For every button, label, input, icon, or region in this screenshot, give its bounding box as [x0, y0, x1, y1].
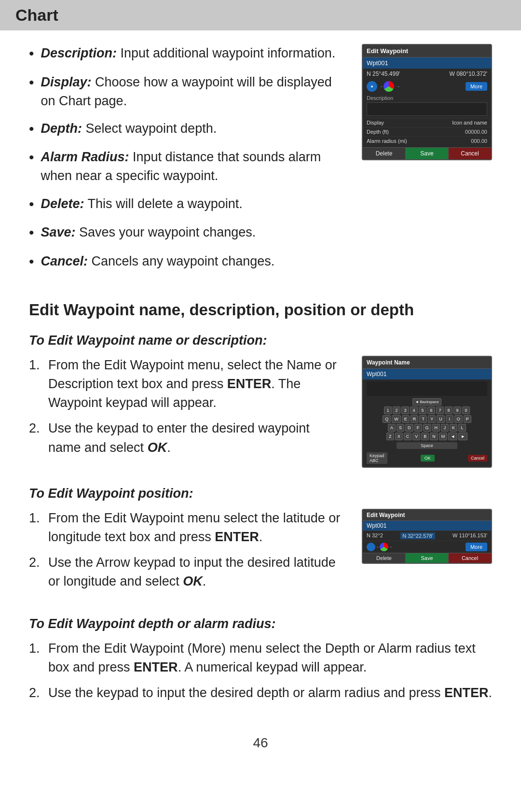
kb-row-1: ◄ Backspace — [363, 398, 491, 406]
space-key[interactable]: Space — [397, 442, 457, 449]
bullet-list: Description: Input additional waypoint i… — [29, 44, 343, 280]
save-button[interactable]: Save — [406, 148, 449, 159]
list-item: Cancel: Cancels any waypoint changes. — [29, 252, 343, 272]
item-label: Cancel: — [41, 254, 88, 268]
list-item: Save: Saves your waypoint changes. — [29, 223, 343, 243]
alarm-val: 000.00 — [471, 138, 487, 144]
us-blue-icon — [367, 543, 375, 551]
key-q[interactable]: Q — [383, 415, 391, 423]
sub-section-position-content: 1. From the Edit Waypoint menu select th… — [29, 509, 492, 598]
key-r[interactable]: R — [411, 415, 419, 423]
sub-section-position-title: To Edit Waypoint position: — [29, 486, 492, 501]
key-p[interactable]: P — [464, 415, 471, 423]
display-val: Icon and name — [452, 120, 487, 126]
sub-section-depth-title: To Edit Waypoint depth or alarm radius: — [29, 616, 492, 631]
panel-lat: N 25°45.499' — [367, 70, 400, 77]
key-j[interactable]: J — [441, 424, 449, 432]
depth-val: 00000.00 — [465, 129, 487, 135]
delete-button[interactable]: Delete — [363, 148, 406, 159]
key-right[interactable]: ► — [458, 433, 467, 440]
key-left[interactable]: ◄ — [448, 433, 457, 440]
key-2[interactable]: 2 — [393, 406, 400, 414]
us-buttons: Delete Save Cancel — [363, 553, 491, 563]
key-x[interactable]: X — [395, 433, 403, 440]
panel-title: Edit Waypoint — [363, 45, 491, 57]
keypad-abc-button[interactable]: KeypadABC — [367, 452, 387, 464]
key-c[interactable]: C — [404, 433, 412, 440]
key-9[interactable]: 9 — [453, 406, 461, 414]
key-s[interactable]: S — [397, 424, 404, 432]
key-u[interactable]: U — [437, 415, 445, 423]
page-header: Chart — [0, 0, 521, 30]
edit-waypoint-panel: Edit Waypoint Wpt001 N 25°45.499' W 080°… — [362, 44, 492, 160]
sub-section-position-text: 1. From the Edit Waypoint menu select th… — [29, 509, 343, 598]
key-l[interactable]: L — [458, 424, 466, 432]
cancel-button[interactable]: Cancel — [449, 148, 491, 159]
list-item: Description: Input additional waypoint i… — [29, 44, 343, 64]
key-f[interactable]: F — [414, 424, 422, 432]
alarm-label: Alarm radius (mi) — [367, 138, 407, 144]
item-label: Alarm Radius: — [41, 150, 129, 164]
us-lon: W 110°16.153' — [452, 532, 487, 539]
kb-row-qwerty: Q W E R T Y U I O P — [363, 415, 491, 423]
key-b[interactable]: B — [421, 433, 429, 440]
key-3[interactable]: 3 — [401, 406, 409, 414]
panel-icons: ● - - — [367, 81, 399, 92]
sub-section-position: To Edit Waypoint position: 1. From the E… — [29, 486, 492, 598]
key-7[interactable]: 7 — [436, 406, 444, 414]
list-item-2: 2. Use the keypad to enter the desired w… — [29, 419, 343, 457]
key-z[interactable]: Z — [386, 433, 394, 440]
list-item: Display: Choose how a waypoint will be d… — [29, 73, 343, 111]
key-o[interactable]: O — [454, 415, 463, 423]
us-more-button[interactable]: More — [466, 543, 487, 551]
us-delete-button[interactable]: Delete — [363, 553, 406, 563]
key-y[interactable]: Y — [428, 415, 436, 423]
panel-desc-box — [367, 102, 487, 116]
key-k[interactable]: K — [450, 424, 457, 432]
key-g[interactable]: G — [423, 424, 431, 432]
key-0[interactable]: 0 — [462, 406, 470, 414]
us-lat-full: N 32°22.578' — [400, 532, 435, 539]
us-save-button[interactable]: Save — [406, 553, 449, 563]
key-1[interactable]: 1 — [384, 406, 392, 414]
kb-cancel-button[interactable]: Cancel — [468, 455, 487, 462]
key-a[interactable]: A — [388, 424, 396, 432]
panel-depth-row: Depth (ft) 00000.00 — [363, 127, 491, 136]
section-heading: Edit Waypoint name, description, positio… — [29, 300, 492, 321]
us-wpt: Wpt001 — [363, 521, 491, 531]
item-label: Description: — [41, 46, 117, 60]
key-i[interactable]: I — [446, 415, 453, 423]
key-d[interactable]: D — [405, 424, 413, 432]
more-button[interactable]: More — [466, 82, 487, 91]
sub-section-name: To Edit Waypoint name or description: 1.… — [29, 333, 492, 468]
us-lat-partial: N 32°2 — [367, 532, 383, 539]
list-item: Alarm Radius: Input distance that sounds… — [29, 148, 343, 185]
key-w[interactable]: W — [392, 415, 401, 423]
us-cancel-button[interactable]: Cancel — [449, 553, 491, 563]
key-h[interactable]: H — [432, 424, 440, 432]
key-m[interactable]: M — [439, 433, 448, 440]
position-list-item-2: 2. Use the Arrow keypad to input the des… — [29, 553, 343, 591]
us-icon-group: - - — [367, 543, 392, 551]
key-6[interactable]: 6 — [427, 406, 435, 414]
sub-section-depth: To Edit Waypoint depth or alarm radius: … — [29, 616, 492, 702]
ok-button[interactable]: OK — [421, 455, 435, 462]
key-8[interactable]: 8 — [445, 406, 452, 414]
kb-row-asdf: A S D F G H J K L — [363, 423, 491, 432]
position-list-item-1: 1. From the Edit Waypoint menu select th… — [29, 509, 343, 546]
item-label: Depth: — [41, 121, 82, 136]
waypoint-name-keyboard: Waypoint Name Wpt001 ◄ Backspace 1 2 3 4… — [362, 356, 492, 468]
panel-icons-row: ● - - More — [363, 79, 491, 94]
page-title: Chart — [15, 6, 506, 25]
panel-wpt-name: Wpt001 — [363, 57, 491, 69]
depth-label: Depth (ft) — [367, 129, 389, 135]
key-e[interactable]: E — [402, 415, 410, 423]
backspace-key[interactable]: ◄ Backspace — [412, 398, 441, 406]
us-multi-icon — [380, 543, 388, 551]
key-5[interactable]: 5 — [419, 406, 426, 414]
key-t[interactable]: T — [419, 415, 427, 423]
key-n[interactable]: N — [430, 433, 438, 440]
key-v[interactable]: V — [412, 433, 420, 440]
display-label: Display — [367, 120, 384, 126]
key-4[interactable]: 4 — [410, 406, 418, 414]
